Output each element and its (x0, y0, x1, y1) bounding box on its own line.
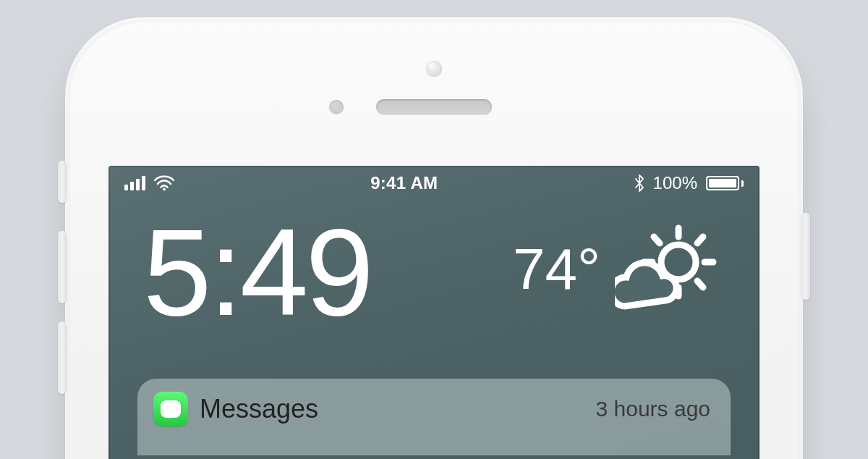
svg-line-6 (697, 281, 703, 287)
status-bar-time: 9:41 AM (370, 173, 438, 193)
wifi-icon (154, 175, 174, 191)
volume-up-button[interactable] (58, 231, 67, 303)
bluetooth-icon (634, 174, 644, 192)
status-right-cluster: 100% (634, 173, 744, 193)
speech-bubble-icon (161, 400, 181, 418)
lock-screen-clock: 5:49 (143, 211, 371, 334)
messages-app-icon (153, 392, 188, 426)
svg-point-0 (163, 188, 166, 191)
battery-percent-label: 100% (653, 173, 697, 193)
temperature-label: 74° (513, 240, 600, 298)
status-left-cluster (124, 175, 174, 191)
volume-down-button[interactable] (58, 321, 67, 394)
lock-screen-header: 5:49 74° (109, 201, 760, 334)
svg-line-3 (697, 237, 703, 243)
proximity-sensor (329, 100, 344, 114)
svg-line-2 (654, 237, 660, 243)
notification-card[interactable]: Messages 3 hours ago (137, 379, 731, 455)
mute-switch[interactable] (58, 161, 67, 203)
notification-app-name: Messages (200, 394, 318, 424)
earpiece-speaker (376, 99, 492, 115)
power-button[interactable] (801, 213, 810, 300)
phone-screen: 9:41 AM 100% 5:49 74° (109, 166, 760, 459)
weather-widget[interactable]: 74° (513, 222, 723, 316)
front-camera (426, 61, 442, 77)
partly-cloudy-icon (615, 222, 723, 316)
cellular-signal-icon (124, 176, 145, 190)
iphone-device-frame: 9:41 AM 100% 5:49 74° (65, 17, 803, 459)
battery-icon (706, 176, 744, 190)
notification-header-left: Messages (153, 392, 318, 426)
notification-timestamp: 3 hours ago (596, 397, 710, 421)
status-bar: 9:41 AM 100% (109, 166, 760, 201)
